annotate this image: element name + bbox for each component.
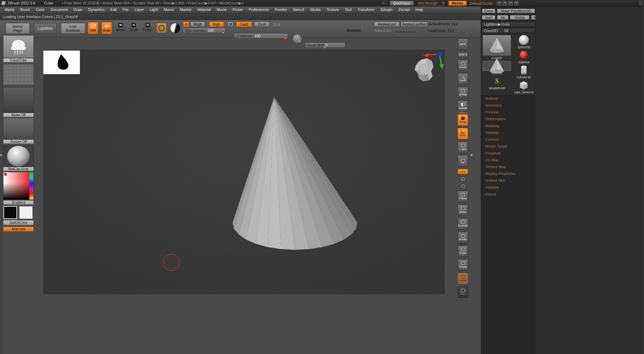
material-thumbnail[interactable] — [3, 145, 34, 167]
right-shelf-ghost[interactable]: Ghost — [458, 273, 468, 284]
alpha-adjust-button[interactable]: A — [183, 22, 189, 27]
window-control-icon[interactable] — [508, 1, 513, 5]
right-shelf-persp[interactable]: DynamicPersp — [458, 114, 468, 126]
menu-texture[interactable]: Texture — [324, 6, 342, 13]
slider-handle[interactable] — [323, 46, 326, 49]
window-control-icon[interactable] — [497, 1, 501, 5]
home-page-button[interactable]: Home Page — [5, 23, 30, 34]
alpha-thumbnail[interactable] — [3, 87, 34, 113]
switch-color-button[interactable]: SwitchColor — [3, 220, 34, 225]
lightbox-button[interactable]: LightBox — [34, 23, 57, 34]
menu-layer[interactable]: Layer — [132, 6, 147, 13]
r-button[interactable]: R — [531, 15, 535, 20]
menu-tool[interactable]: Tool — [342, 6, 355, 13]
stroke-thumbnail[interactable] — [3, 64, 34, 85]
stroke-picker-button[interactable] — [156, 23, 167, 33]
left-tray-grip[interactable]: ▶ — [0, 153, 3, 156]
right-shelf-scroll[interactable]: Scroll — [458, 59, 468, 71]
section-contact[interactable]: Contact — [485, 137, 535, 144]
texture-thumbnail[interactable] — [3, 118, 34, 139]
lightbox-tools-header[interactable]: Lightbox▶Tools — [481, 22, 535, 27]
material-picker-button[interactable] — [170, 23, 180, 33]
quicksave-button[interactable]: QuickSave — [390, 1, 414, 6]
menu-marker[interactable]: Marker — [177, 6, 195, 13]
zadd-button[interactable]: Zadd — [236, 22, 252, 27]
section-preview[interactable]: Preview — [485, 110, 535, 117]
menu-stroke[interactable]: Stroke — [307, 6, 324, 13]
right-shelf-bpr[interactable]: BPR — [458, 38, 468, 50]
right-shelf-zoom[interactable]: Zoom — [458, 73, 468, 85]
tool-thumbnail-cylinder3d[interactable]: Cylinder3D — [514, 65, 534, 79]
tool-thumbnail-cone3d[interactable]: Cone3D — [482, 35, 511, 60]
menu-picker[interactable]: Picker — [230, 6, 246, 13]
menu-color[interactable]: Color — [33, 6, 48, 13]
rotate-button[interactable]: R Rotate — [143, 23, 153, 32]
adjust-last-track[interactable] — [396, 31, 416, 32]
right-shelf-zoom3d[interactable]: Zoom3D — [458, 218, 468, 230]
menu-light[interactable]: Light — [147, 6, 161, 13]
secondary-color-swatch[interactable] — [19, 206, 33, 219]
menu-zscript[interactable]: Zscript — [396, 6, 413, 13]
alternate-button[interactable]: Alternate — [3, 227, 34, 232]
tool-thumbnail-cone3d[interactable]: Cone3D — [482, 61, 511, 75]
section-visibility[interactable]: Visibility — [485, 131, 535, 137]
window-edge-icon[interactable] — [639, 1, 643, 5]
main-color-swatch[interactable] — [3, 206, 17, 219]
section-texture-map[interactable]: Texture Map — [485, 165, 535, 172]
tool-thumbnail-sphere3d[interactable]: Sphere3D — [514, 35, 534, 49]
mrgb-button[interactable]: Mrgb — [190, 22, 205, 27]
rgb-button[interactable]: Rgb — [209, 22, 224, 27]
slider-handle[interactable] — [222, 31, 224, 34]
menus-button[interactable]: Menus — [448, 1, 466, 6]
section-display-properties[interactable]: Display Properties — [485, 172, 535, 178]
see-through-slider[interactable]: See-through 0 — [417, 1, 446, 6]
menu-alpha[interactable]: Alpha — [2, 6, 17, 13]
menu-stencil[interactable]: Stencil — [290, 6, 307, 13]
menu-material[interactable]: Material — [195, 6, 214, 13]
section-polypaint[interactable]: Polypaint — [485, 151, 535, 158]
section-masking[interactable]: Masking — [485, 124, 535, 131]
focal-shift-slider[interactable]: Focal Shift 0 — [305, 42, 345, 48]
menu-movie[interactable]: Movie — [214, 6, 229, 13]
right-shelf-spin-left[interactable] — [458, 176, 468, 181]
menu-transform[interactable]: Transform — [355, 6, 378, 13]
tool-thumbnail-cube-newuvs[interactable]: cube_NewUVs — [514, 80, 534, 94]
menu-dynamics[interactable]: Dynamics — [85, 6, 108, 13]
s-dial[interactable]: S — [292, 34, 302, 44]
live-boolean-button[interactable]: Live Boolean — [61, 23, 85, 34]
right-tray-grip[interactable]: ◀ — [470, 153, 472, 156]
z-intensity-slider[interactable]: Z Intensity 100 — [234, 33, 288, 39]
window-control-icon[interactable] — [514, 1, 519, 5]
dynamic-label[interactable]: Dynamic — [347, 29, 361, 32]
right-shelf-xyz[interactable]: XYZ — [458, 169, 468, 174]
tool-thumbnail-simplebrush[interactable]: SSimpleBrush — [482, 76, 511, 90]
right-shelf-move[interactable]: Move — [458, 204, 468, 216]
color-picker[interactable] — [3, 172, 34, 200]
right-shelf-floor[interactable]: YFloor — [458, 128, 468, 139]
menu-macro[interactable]: Macro — [161, 6, 177, 13]
section-export[interactable]: Export — [485, 192, 535, 199]
menu-draw[interactable]: Draw — [71, 6, 85, 13]
right-shelf-spix[interactable]: SPix3 — [458, 52, 468, 57]
right-shelf-actual[interactable]: Actual — [458, 87, 468, 98]
clone-button[interactable]: Clone — [482, 9, 495, 13]
right-scroll-strip[interactable] — [641, 6, 644, 354]
menu-zplugin[interactable]: Zplugin — [377, 6, 395, 13]
section-initialize[interactable]: Initialize — [485, 185, 535, 192]
window-control-icon[interactable] — [503, 1, 507, 5]
zsub-button[interactable]: Zsub — [254, 22, 270, 27]
right-shelf-rotate[interactable]: Rotate — [458, 232, 468, 243]
replay-last-button[interactable]: ReplayLast — [374, 22, 400, 27]
menu-render[interactable]: Render — [272, 6, 290, 13]
default-zscript-label[interactable]: DefaultZScript — [470, 1, 493, 5]
canvas[interactable] — [43, 50, 445, 294]
section-geometry[interactable]: Geometry — [485, 103, 535, 110]
menu-edit[interactable]: Edit — [108, 6, 120, 13]
right-shelf-l-sym[interactable]: L.Sym — [458, 141, 468, 153]
menu-brush[interactable]: Brush — [17, 6, 33, 13]
replay-last-rel-button[interactable]: ReplayLastRel — [401, 22, 427, 27]
section-subtool[interactable]: Subtool — [485, 96, 535, 103]
goz-button[interactable]: GoZ — [482, 15, 495, 20]
saturation-value-square[interactable] — [3, 172, 30, 200]
right-shelf-spin-right[interactable] — [458, 183, 468, 189]
